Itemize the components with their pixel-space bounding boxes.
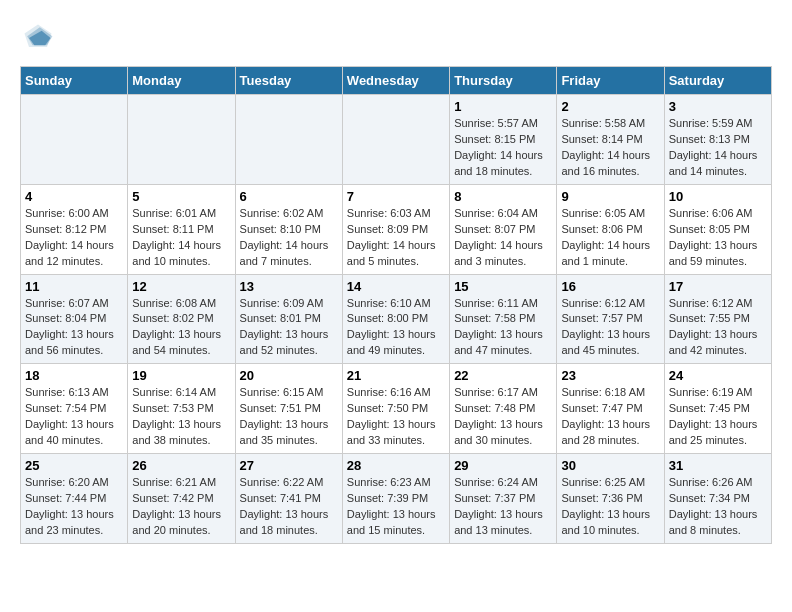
day-number: 1 [454,99,552,114]
calendar-cell: 9Sunrise: 6:05 AM Sunset: 8:06 PM Daylig… [557,184,664,274]
calendar-cell: 20Sunrise: 6:15 AM Sunset: 7:51 PM Dayli… [235,364,342,454]
day-number: 10 [669,189,767,204]
day-number: 6 [240,189,338,204]
day-number: 21 [347,368,445,383]
weekday-header-sunday: Sunday [21,67,128,95]
day-info: Sunrise: 6:02 AM Sunset: 8:10 PM Dayligh… [240,206,338,270]
day-number: 24 [669,368,767,383]
day-number: 26 [132,458,230,473]
day-number: 8 [454,189,552,204]
day-number: 28 [347,458,445,473]
weekday-header-wednesday: Wednesday [342,67,449,95]
calendar-cell: 11Sunrise: 6:07 AM Sunset: 8:04 PM Dayli… [21,274,128,364]
weekday-header-friday: Friday [557,67,664,95]
day-info: Sunrise: 6:00 AM Sunset: 8:12 PM Dayligh… [25,206,123,270]
day-number: 16 [561,279,659,294]
day-number: 22 [454,368,552,383]
calendar-cell: 14Sunrise: 6:10 AM Sunset: 8:00 PM Dayli… [342,274,449,364]
calendar-cell: 22Sunrise: 6:17 AM Sunset: 7:48 PM Dayli… [450,364,557,454]
day-info: Sunrise: 6:20 AM Sunset: 7:44 PM Dayligh… [25,475,123,539]
calendar-cell: 17Sunrise: 6:12 AM Sunset: 7:55 PM Dayli… [664,274,771,364]
day-info: Sunrise: 6:04 AM Sunset: 8:07 PM Dayligh… [454,206,552,270]
day-info: Sunrise: 6:12 AM Sunset: 7:55 PM Dayligh… [669,296,767,360]
header [20,20,772,56]
day-number: 31 [669,458,767,473]
logo [20,20,62,56]
day-info: Sunrise: 6:08 AM Sunset: 8:02 PM Dayligh… [132,296,230,360]
calendar-week-1: 1Sunrise: 5:57 AM Sunset: 8:15 PM Daylig… [21,95,772,185]
calendar-cell [128,95,235,185]
day-info: Sunrise: 6:16 AM Sunset: 7:50 PM Dayligh… [347,385,445,449]
day-info: Sunrise: 5:59 AM Sunset: 8:13 PM Dayligh… [669,116,767,180]
day-info: Sunrise: 6:17 AM Sunset: 7:48 PM Dayligh… [454,385,552,449]
logo-icon [20,20,56,56]
calendar-header: SundayMondayTuesdayWednesdayThursdayFrid… [21,67,772,95]
day-number: 13 [240,279,338,294]
calendar-cell: 7Sunrise: 6:03 AM Sunset: 8:09 PM Daylig… [342,184,449,274]
day-number: 23 [561,368,659,383]
calendar-cell [235,95,342,185]
day-number: 30 [561,458,659,473]
calendar-cell: 8Sunrise: 6:04 AM Sunset: 8:07 PM Daylig… [450,184,557,274]
day-number: 12 [132,279,230,294]
calendar-cell: 2Sunrise: 5:58 AM Sunset: 8:14 PM Daylig… [557,95,664,185]
calendar-cell: 28Sunrise: 6:23 AM Sunset: 7:39 PM Dayli… [342,454,449,544]
weekday-header-thursday: Thursday [450,67,557,95]
calendar-cell: 26Sunrise: 6:21 AM Sunset: 7:42 PM Dayli… [128,454,235,544]
day-info: Sunrise: 6:25 AM Sunset: 7:36 PM Dayligh… [561,475,659,539]
calendar-cell: 23Sunrise: 6:18 AM Sunset: 7:47 PM Dayli… [557,364,664,454]
calendar-cell: 19Sunrise: 6:14 AM Sunset: 7:53 PM Dayli… [128,364,235,454]
calendar-cell [21,95,128,185]
day-number: 7 [347,189,445,204]
calendar-cell: 1Sunrise: 5:57 AM Sunset: 8:15 PM Daylig… [450,95,557,185]
day-info: Sunrise: 6:06 AM Sunset: 8:05 PM Dayligh… [669,206,767,270]
day-info: Sunrise: 6:10 AM Sunset: 8:00 PM Dayligh… [347,296,445,360]
day-number: 5 [132,189,230,204]
day-number: 27 [240,458,338,473]
calendar-cell: 31Sunrise: 6:26 AM Sunset: 7:34 PM Dayli… [664,454,771,544]
day-info: Sunrise: 5:57 AM Sunset: 8:15 PM Dayligh… [454,116,552,180]
calendar-week-4: 18Sunrise: 6:13 AM Sunset: 7:54 PM Dayli… [21,364,772,454]
day-number: 2 [561,99,659,114]
calendar-cell: 4Sunrise: 6:00 AM Sunset: 8:12 PM Daylig… [21,184,128,274]
day-info: Sunrise: 6:26 AM Sunset: 7:34 PM Dayligh… [669,475,767,539]
day-number: 3 [669,99,767,114]
calendar-cell: 12Sunrise: 6:08 AM Sunset: 8:02 PM Dayli… [128,274,235,364]
calendar-cell: 3Sunrise: 5:59 AM Sunset: 8:13 PM Daylig… [664,95,771,185]
calendar-cell [342,95,449,185]
day-number: 29 [454,458,552,473]
calendar-week-3: 11Sunrise: 6:07 AM Sunset: 8:04 PM Dayli… [21,274,772,364]
day-info: Sunrise: 6:01 AM Sunset: 8:11 PM Dayligh… [132,206,230,270]
calendar-cell: 5Sunrise: 6:01 AM Sunset: 8:11 PM Daylig… [128,184,235,274]
day-info: Sunrise: 6:19 AM Sunset: 7:45 PM Dayligh… [669,385,767,449]
day-number: 20 [240,368,338,383]
calendar-table: SundayMondayTuesdayWednesdayThursdayFrid… [20,66,772,544]
day-info: Sunrise: 6:15 AM Sunset: 7:51 PM Dayligh… [240,385,338,449]
calendar-cell: 24Sunrise: 6:19 AM Sunset: 7:45 PM Dayli… [664,364,771,454]
day-number: 14 [347,279,445,294]
day-info: Sunrise: 6:09 AM Sunset: 8:01 PM Dayligh… [240,296,338,360]
calendar-body: 1Sunrise: 5:57 AM Sunset: 8:15 PM Daylig… [21,95,772,544]
calendar-cell: 15Sunrise: 6:11 AM Sunset: 7:58 PM Dayli… [450,274,557,364]
day-info: Sunrise: 6:22 AM Sunset: 7:41 PM Dayligh… [240,475,338,539]
day-number: 25 [25,458,123,473]
day-info: Sunrise: 6:14 AM Sunset: 7:53 PM Dayligh… [132,385,230,449]
calendar-cell: 29Sunrise: 6:24 AM Sunset: 7:37 PM Dayli… [450,454,557,544]
calendar-cell: 21Sunrise: 6:16 AM Sunset: 7:50 PM Dayli… [342,364,449,454]
day-info: Sunrise: 6:13 AM Sunset: 7:54 PM Dayligh… [25,385,123,449]
day-info: Sunrise: 6:05 AM Sunset: 8:06 PM Dayligh… [561,206,659,270]
calendar-cell: 6Sunrise: 6:02 AM Sunset: 8:10 PM Daylig… [235,184,342,274]
calendar-cell: 18Sunrise: 6:13 AM Sunset: 7:54 PM Dayli… [21,364,128,454]
weekday-header-monday: Monday [128,67,235,95]
day-info: Sunrise: 6:21 AM Sunset: 7:42 PM Dayligh… [132,475,230,539]
calendar-cell: 16Sunrise: 6:12 AM Sunset: 7:57 PM Dayli… [557,274,664,364]
weekday-header-tuesday: Tuesday [235,67,342,95]
day-info: Sunrise: 6:18 AM Sunset: 7:47 PM Dayligh… [561,385,659,449]
calendar-week-5: 25Sunrise: 6:20 AM Sunset: 7:44 PM Dayli… [21,454,772,544]
day-number: 17 [669,279,767,294]
day-info: Sunrise: 6:11 AM Sunset: 7:58 PM Dayligh… [454,296,552,360]
day-info: Sunrise: 6:24 AM Sunset: 7:37 PM Dayligh… [454,475,552,539]
day-info: Sunrise: 5:58 AM Sunset: 8:14 PM Dayligh… [561,116,659,180]
calendar-cell: 13Sunrise: 6:09 AM Sunset: 8:01 PM Dayli… [235,274,342,364]
calendar-cell: 10Sunrise: 6:06 AM Sunset: 8:05 PM Dayli… [664,184,771,274]
